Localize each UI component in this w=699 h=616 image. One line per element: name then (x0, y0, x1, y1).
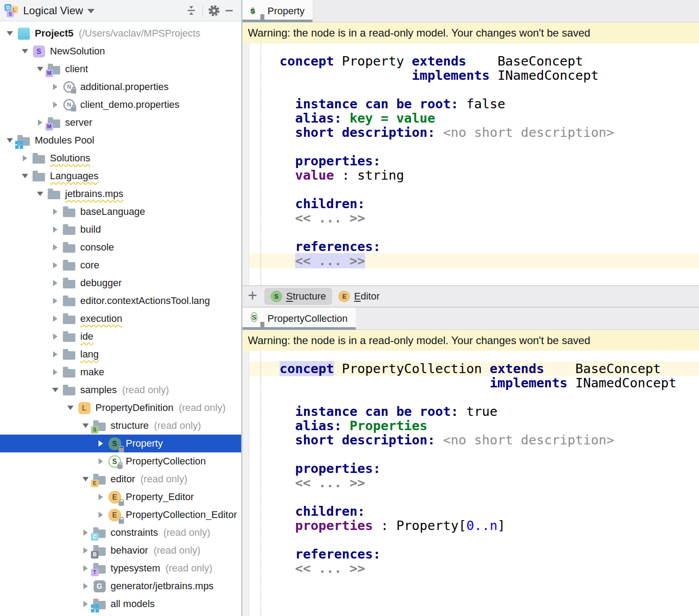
chevron-expanded-icon[interactable] (4, 138, 16, 143)
chevron-expanded-icon[interactable] (34, 192, 46, 196)
tree-row-ide[interactable]: ide (0, 328, 241, 345)
tree-row-lang[interactable]: lang (0, 345, 241, 363)
tree-row-structure[interactable]: Sstructure(read only) (0, 417, 241, 435)
tree-row-client[interactable]: Mclient (0, 60, 241, 78)
tree-row-additional-properties[interactable]: Nadditional.properties (0, 78, 241, 96)
code-line[interactable]: value : string (243, 168, 699, 182)
chevron-collapsed-icon[interactable] (49, 209, 62, 215)
code-line[interactable]: children: (243, 197, 699, 211)
tree-row-modules-pool[interactable]: Modules Pool (0, 131, 241, 149)
code-line[interactable]: properties: (243, 154, 699, 168)
chevron-collapsed-icon[interactable] (49, 226, 62, 233)
tree-row-newsolution[interactable]: SNewSolution (0, 42, 241, 60)
tree-row-make[interactable]: make (0, 363, 241, 381)
code-line[interactable] (243, 225, 699, 239)
code-line[interactable]: alias: Properties (243, 419, 699, 433)
chevron-collapsed-icon[interactable] (49, 244, 62, 251)
code-line[interactable]: implements INamedConcept (243, 68, 699, 82)
tree-row-console[interactable]: console (0, 238, 241, 256)
tree-row-server[interactable]: Mserver (0, 114, 241, 131)
code-line[interactable]: << ... >> (243, 211, 699, 225)
tree-row-generator-jetbrains-mps[interactable]: Ggenerator/jetbrains.mps (0, 577, 241, 595)
chevron-collapsed-icon[interactable] (49, 280, 62, 286)
code-line[interactable]: implements INamedConcept (243, 376, 699, 390)
chevron-expanded-icon[interactable] (64, 406, 77, 410)
code-line[interactable]: instance can be root: true (243, 404, 699, 419)
tree-row-all-models[interactable]: all models (0, 595, 241, 613)
code-line[interactable]: short description: <no short description… (243, 125, 699, 140)
chevron-collapsed-icon[interactable] (95, 494, 107, 500)
code-line[interactable]: properties: (243, 461, 699, 476)
tree-row-constraints[interactable]: Cconstraints(read only) (0, 524, 241, 542)
chevron-expanded-icon[interactable] (19, 49, 31, 53)
tree-row-propertycollection[interactable]: SPropertyCollection (0, 452, 241, 470)
chevron-collapsed-icon[interactable] (79, 565, 92, 571)
code-line[interactable]: << ... >> (243, 476, 699, 490)
chevron-collapsed-icon[interactable] (49, 333, 62, 340)
tree-row-solutions[interactable]: Solutions (0, 149, 241, 167)
chevron-collapsed-icon[interactable] (79, 547, 92, 554)
code-line[interactable]: references: (243, 239, 699, 254)
tree-row-property-editor[interactable]: EProperty_Editor (0, 488, 241, 506)
code-line[interactable] (243, 140, 699, 154)
view-selector-label[interactable]: Logical View (23, 4, 83, 17)
chevron-collapsed-icon[interactable] (34, 119, 46, 126)
tab-editor-aspect[interactable]: E Editor (332, 288, 386, 305)
chevron-collapsed-icon[interactable] (49, 102, 62, 108)
chevron-collapsed-icon[interactable] (49, 84, 62, 90)
tree-row-debugger[interactable]: debugger (0, 274, 241, 292)
collapse-all-button[interactable] (184, 3, 199, 18)
chevron-collapsed-icon[interactable] (79, 601, 92, 607)
tree-row-propertycollection-editor[interactable]: EPropertyCollection_Editor (0, 506, 241, 524)
code-line[interactable]: concept Property extends BaseConcept (243, 54, 699, 68)
code-line[interactable]: children: (243, 504, 699, 518)
chevron-collapsed-icon[interactable] (79, 583, 92, 589)
code-line[interactable] (243, 182, 699, 197)
code-line[interactable] (243, 390, 699, 404)
settings-button[interactable] (206, 3, 222, 18)
chevron-collapsed-icon[interactable] (19, 155, 31, 161)
code-line[interactable] (243, 82, 699, 97)
tree-row-execution[interactable]: execution (0, 310, 241, 328)
code-line[interactable]: instance can be root: false (243, 97, 699, 111)
chevron-expanded-icon[interactable] (4, 31, 16, 36)
chevron-expanded-icon[interactable] (79, 477, 92, 481)
chevron-collapsed-icon[interactable] (49, 369, 62, 375)
tab-structure-aspect[interactable]: S Structure (264, 288, 332, 305)
tree-row-core[interactable]: core (0, 256, 241, 274)
chevron-expanded-icon[interactable] (79, 423, 92, 428)
chevron-collapsed-icon[interactable] (49, 351, 62, 357)
hide-panel-button[interactable] (222, 3, 237, 18)
code-line[interactable] (243, 490, 699, 504)
chevron-collapsed-icon[interactable] (95, 440, 107, 447)
chevron-collapsed-icon[interactable] (49, 262, 62, 268)
tab-property[interactable]: S Property (243, 0, 312, 22)
tree-row-languages[interactable]: Languages (0, 167, 241, 185)
tree-row-client-demo-properties[interactable]: Nclient_demo.properties (0, 96, 241, 114)
chevron-expanded-icon[interactable] (34, 67, 46, 71)
code-editor-property[interactable]: concept Property extends BaseConcept imp… (243, 43, 699, 285)
tree-row-project5[interactable]: Project5(/Users/vaclav/MPSProjects (0, 25, 241, 42)
code-line[interactable]: alias: key = value (243, 111, 699, 125)
code-line[interactable]: properties : Property[0..n] (243, 518, 699, 533)
code-line[interactable] (243, 533, 699, 547)
tree-row-build[interactable]: build (0, 221, 241, 238)
code-line[interactable]: << ... >> (243, 561, 699, 575)
code-editor-propertycollection[interactable]: concept PropertyCollection extends BaseC… (243, 351, 699, 616)
code-line[interactable]: references: (243, 547, 699, 561)
tree-row-typesystem[interactable]: Ttypesystem(read only) (0, 559, 241, 577)
chevron-expanded-icon[interactable] (49, 388, 62, 392)
tree-row-property[interactable]: SProperty (0, 435, 241, 452)
chevron-expanded-icon[interactable] (19, 174, 31, 178)
code-line[interactable] (243, 447, 699, 461)
chevron-collapsed-icon[interactable] (79, 530, 92, 536)
chevron-collapsed-icon[interactable] (95, 512, 107, 518)
tree-row-editor[interactable]: Eeditor(read only) (0, 470, 241, 488)
code-line[interactable]: << ... >> (243, 254, 699, 268)
chevron-down-icon[interactable] (87, 9, 95, 13)
tab-propertycollection[interactable]: S PropertyCollection (243, 308, 356, 329)
code-line[interactable]: short description: <no short description… (243, 433, 699, 447)
tree-row-propertydefinition[interactable]: LPropertyDefinition(read only) (0, 399, 241, 417)
add-aspect-button[interactable]: + (248, 287, 257, 304)
tree-row-editor-contextactionstool-lang[interactable]: editor.contextActionsTool.lang (0, 292, 241, 310)
